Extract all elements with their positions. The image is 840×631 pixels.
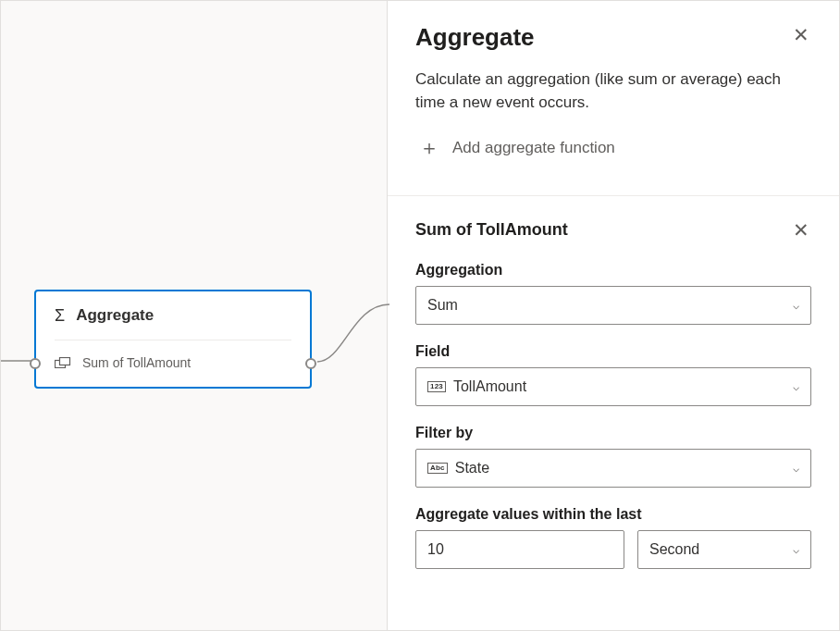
section-title: Sum of TollAmount xyxy=(415,220,568,240)
window-unit-select[interactable]: Second ⌵ xyxy=(637,530,811,569)
sigma-icon: Σ xyxy=(55,307,65,324)
chevron-down-icon: ⌵ xyxy=(793,462,799,475)
close-icon: ✕ xyxy=(793,24,809,45)
chevron-down-icon: ⌵ xyxy=(793,299,799,312)
text-type-icon: Abc xyxy=(427,463,448,474)
panel-description: Calculate an aggregation (like sum or av… xyxy=(415,68,811,114)
input-port[interactable] xyxy=(30,358,41,369)
close-panel-button[interactable]: ✕ xyxy=(791,23,811,46)
window-label: Aggregate values within the last xyxy=(415,506,811,523)
window-value-input[interactable] xyxy=(415,530,624,569)
aggregation-value: Sum xyxy=(427,297,458,314)
edge-right xyxy=(315,297,389,371)
filter-by-select[interactable]: Abc State ⌵ xyxy=(415,449,811,488)
plus-icon: ＋ xyxy=(419,138,439,158)
chevron-down-icon: ⌵ xyxy=(793,380,799,393)
svg-rect-2 xyxy=(60,358,70,365)
properties-panel: Aggregate ✕ Calculate an aggregation (li… xyxy=(388,1,839,630)
node-function-label: Sum of TollAmount xyxy=(82,355,191,370)
node-header: Σ Aggregate xyxy=(36,291,310,340)
filter-by-value: State xyxy=(455,460,489,476)
field-value: TollAmount xyxy=(453,378,526,395)
filter-by-label: Filter by xyxy=(415,425,811,441)
close-icon: ✕ xyxy=(793,219,809,241)
field-select[interactable]: 123 TollAmount ⌵ xyxy=(415,367,811,406)
node-title: Aggregate xyxy=(76,306,154,325)
node-function-row[interactable]: Sum of TollAmount xyxy=(36,340,310,387)
function-icon xyxy=(55,357,71,368)
panel-title: Aggregate xyxy=(415,23,535,52)
flow-canvas[interactable]: Σ Aggregate Sum of TollAmount xyxy=(1,1,388,630)
chevron-down-icon: ⌵ xyxy=(793,543,799,556)
output-port[interactable] xyxy=(305,358,316,369)
aggregate-function-section: Sum of TollAmount ✕ Aggregation Sum ⌵ Fi… xyxy=(388,196,839,606)
add-aggregate-function-button[interactable]: ＋ Add aggregate function xyxy=(419,138,615,158)
window-unit-value: Second xyxy=(649,541,699,558)
add-function-label: Add aggregate function xyxy=(452,139,615,157)
aggregate-node[interactable]: Σ Aggregate Sum of TollAmount xyxy=(34,290,312,389)
aggregation-label: Aggregation xyxy=(415,262,811,278)
field-label: Field xyxy=(415,343,811,360)
aggregation-select[interactable]: Sum ⌵ xyxy=(415,286,811,325)
edge-left xyxy=(1,360,32,362)
remove-function-button[interactable]: ✕ xyxy=(791,218,811,241)
number-type-icon: 123 xyxy=(427,381,446,392)
